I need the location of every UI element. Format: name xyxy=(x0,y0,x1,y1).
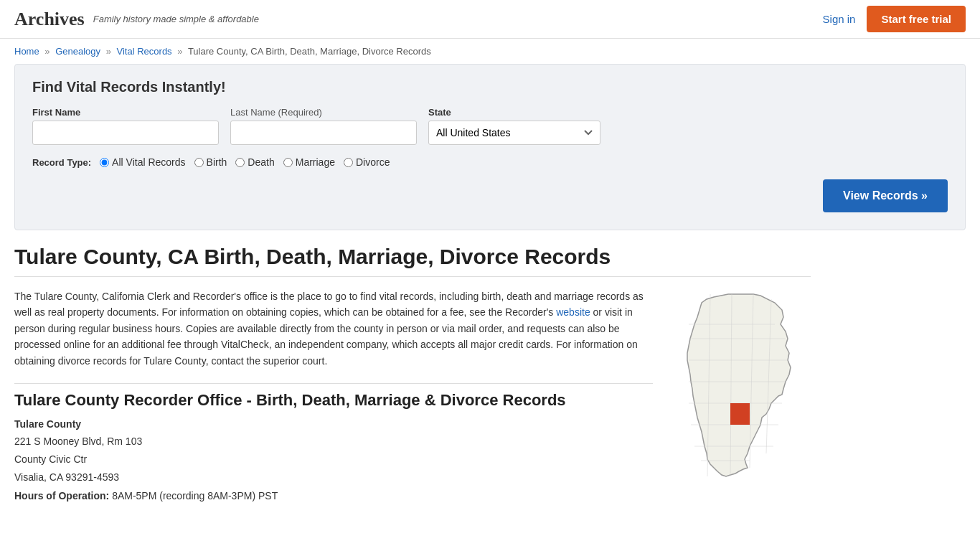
california-map-svg xyxy=(667,288,811,489)
site-logo: Archives xyxy=(14,9,85,30)
radio-divorce-input[interactable] xyxy=(344,158,353,167)
sign-in-link[interactable]: Sign in xyxy=(823,13,856,25)
hours-label: Hours of Operation: xyxy=(14,490,109,501)
last-name-input[interactable] xyxy=(230,121,417,145)
breadcrumb-genealogy[interactable]: Genealogy xyxy=(55,46,100,57)
section-title: Tulare County Recorder Office - Birth, D… xyxy=(14,383,653,410)
radio-death[interactable]: Death xyxy=(235,156,274,168)
radio-birth-input[interactable] xyxy=(194,158,204,167)
search-container: Find Vital Records Instantly! First Name… xyxy=(14,64,966,230)
radio-marriage-input[interactable] xyxy=(283,158,293,167)
website-link[interactable]: website xyxy=(556,306,590,318)
record-type-label: Record Type: xyxy=(32,157,91,168)
radio-birth-label: Birth xyxy=(207,156,227,168)
radio-marriage-label: Marriage xyxy=(296,156,335,168)
radio-all-vital[interactable]: All Vital Records xyxy=(100,156,185,168)
breadcrumb-vital-records[interactable]: Vital Records xyxy=(117,46,172,57)
breadcrumb-current: Tulare County, CA Birth, Death, Marriage… xyxy=(188,46,431,57)
first-name-group: First Name xyxy=(32,107,219,145)
radio-death-label: Death xyxy=(248,156,274,168)
page-title: Tulare County, CA Birth, Death, Marriage… xyxy=(14,245,811,277)
content-text: The Tulare County, California Clerk and … xyxy=(14,288,653,505)
radio-all-vital-input[interactable] xyxy=(100,158,109,167)
main-content: Tulare County, CA Birth, Death, Marriage… xyxy=(0,245,825,505)
radio-divorce-label: Divorce xyxy=(356,156,390,168)
search-actions: View Records » xyxy=(32,179,948,212)
header-left: Archives Family history made simple & af… xyxy=(14,9,259,30)
address-line2: County Civic Ctr xyxy=(14,451,653,468)
last-name-group: Last Name (Required) xyxy=(230,107,417,145)
state-select[interactable]: All United States Alabama Alaska Arizona… xyxy=(428,121,600,145)
breadcrumb-sep-2: » xyxy=(106,46,111,57)
breadcrumb-sep-1: » xyxy=(44,46,50,57)
view-records-button[interactable]: View Records » xyxy=(823,179,948,212)
content-area: The Tulare County, California Clerk and … xyxy=(14,288,811,505)
svg-rect-10 xyxy=(730,403,750,425)
address-line3: Visalia, CA 93291-4593 xyxy=(14,468,653,486)
record-type-row: Record Type: All Vital Records Birth Dea… xyxy=(32,156,948,168)
radio-all-vital-label: All Vital Records xyxy=(112,156,185,168)
ca-map xyxy=(667,288,811,505)
hours-line: Hours of Operation: 8AM-5PM (recording 8… xyxy=(14,487,653,505)
site-tagline: Family history made simple & affordable xyxy=(93,14,259,24)
first-name-input[interactable] xyxy=(32,121,219,145)
office-address: 221 S Mooney Blvd, Rm 103 County Civic C… xyxy=(14,433,653,505)
state-group: State All United States Alabama Alaska A… xyxy=(428,107,600,145)
radio-birth[interactable]: Birth xyxy=(194,156,227,168)
search-fields: First Name Last Name (Required) State Al… xyxy=(32,107,948,145)
description-paragraph: The Tulare County, California Clerk and … xyxy=(14,288,653,369)
breadcrumb-home[interactable]: Home xyxy=(14,46,39,57)
office-name: Tulare County xyxy=(14,418,653,430)
hours-value-text: 8AM-5PM (recording 8AM-3PM) PST xyxy=(112,490,278,501)
search-title: Find Vital Records Instantly! xyxy=(32,79,948,95)
radio-marriage[interactable]: Marriage xyxy=(283,156,335,168)
breadcrumb-sep-3: » xyxy=(177,46,182,57)
first-name-label: First Name xyxy=(32,107,219,118)
radio-death-input[interactable] xyxy=(235,158,245,167)
site-header: Archives Family history made simple & af… xyxy=(0,0,980,39)
state-label: State xyxy=(428,107,600,118)
radio-divorce[interactable]: Divorce xyxy=(344,156,390,168)
office-info: Tulare County 221 S Mooney Blvd, Rm 103 … xyxy=(14,418,653,505)
header-right: Sign in Start free trial xyxy=(823,6,966,32)
address-line1: 221 S Mooney Blvd, Rm 103 xyxy=(14,433,653,451)
start-trial-button[interactable]: Start free trial xyxy=(867,6,966,32)
last-name-label: Last Name (Required) xyxy=(230,107,417,118)
breadcrumb: Home » Genealogy » Vital Records » Tular… xyxy=(0,39,980,64)
